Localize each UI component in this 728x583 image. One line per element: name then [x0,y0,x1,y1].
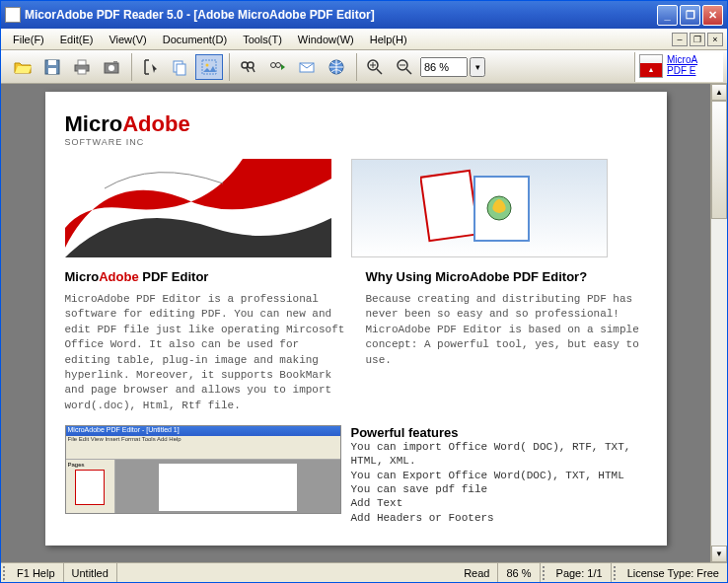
text-select-button[interactable] [136,54,164,80]
features-column: Powerful features You can import Office … [351,425,647,525]
svg-rect-21 [420,171,478,241]
minimize-button[interactable]: _ [657,5,678,26]
status-grip [543,566,546,580]
zoom-input[interactable] [420,57,468,77]
svg-point-13 [242,62,248,68]
menubar: File(F) Edit(E) View(V) Document(D) Tool… [1,29,727,50]
status-grip [3,566,7,580]
menu-document[interactable]: Document(D) [155,32,235,47]
status-page: Page: 1/1 [548,563,612,582]
zoom-in-button[interactable] [361,54,389,80]
mail-button[interactable] [293,54,321,80]
save-button[interactable] [38,54,66,80]
status-document: Untitled [64,563,117,582]
svg-rect-4 [78,60,86,65]
features-list: You can import Office Word( DOC), RTF, T… [351,440,647,525]
menu-file[interactable]: File(F) [5,32,52,47]
scroll-thumb[interactable] [711,101,727,219]
hero-graphic-right [351,159,608,257]
link-microa[interactable]: MicroA [667,54,697,65]
pdf-icon: ▲ [639,54,663,78]
status-zoom: 86 % [498,563,540,582]
svg-point-14 [248,62,254,68]
scroll-track[interactable] [711,101,727,546]
svg-rect-5 [78,69,86,74]
select-toolbar [131,53,227,81]
menu-edit[interactable]: Edit(E) [52,32,102,47]
right-column: Why Using MicroAdobe PDF Editor? Because… [366,269,647,413]
mini-screenshot: MicroAdobe PDF Editor - [Untitled 1] Fil… [65,425,341,514]
right-heading: Why Using MicroAdobe PDF Editor? [366,269,647,284]
content-area: MicroAdobe SOFTWARE INC [1,84,727,562]
vertical-scrollbar[interactable]: ▲ ▼ [710,84,727,562]
toolbar-row: ▾ ▲ MicroA PDF E [1,50,727,84]
svg-point-7 [109,65,114,71]
statusbar: F1 Help Untitled Read 86 % Page: 1/1 Lic… [1,562,727,582]
app-window: MicorAdobe PDF Reader 5.0 - [Adobe Micro… [0,0,728,583]
status-mode: Read [456,563,498,582]
side-panel: ▲ MicroA PDF E [634,52,723,82]
status-grip [614,566,618,580]
pdf-page: MicroAdobe SOFTWARE INC [45,92,667,546]
status-help: F1 Help [9,563,64,582]
brand-logo: MicroAdobe [65,111,647,137]
left-heading: MicroAdobe PDF Editor [65,269,346,284]
scroll-down-button[interactable]: ▼ [711,546,727,562]
svg-point-16 [276,62,281,67]
close-button[interactable]: ✕ [702,5,723,26]
link-pdfe[interactable]: PDF E [667,65,697,76]
camera-button[interactable] [98,54,125,80]
left-column: MicroAdobe PDF Editor MicroAdobe PDF Edi… [65,269,346,413]
zoom-toolbar: ▾ [356,53,489,81]
web-button[interactable] [323,54,350,80]
features-heading: Powerful features [351,425,647,440]
sub-minimize-button[interactable]: – [672,33,688,46]
svg-rect-8 [113,61,117,63]
menu-tools[interactable]: Tools(T) [235,32,290,47]
sub-restore-button[interactable]: ❐ [690,33,705,46]
left-body-text: MicroAdobe PDF Editor is a professional … [65,292,346,413]
svg-rect-2 [48,68,56,74]
copy-button[interactable] [166,54,193,80]
svg-rect-10 [177,64,185,75]
svg-point-15 [271,62,276,67]
maximize-button[interactable]: ❐ [680,5,700,26]
brand-subtitle: SOFTWARE INC [65,137,647,147]
image-select-button[interactable] [195,54,223,80]
open-button[interactable] [9,54,36,80]
menu-view[interactable]: View(V) [101,32,154,47]
document-viewport[interactable]: MicroAdobe SOFTWARE INC [1,84,710,562]
search-toolbar [229,53,354,81]
right-body-text: Because creating and distributing PDF ha… [366,292,647,368]
find-button[interactable] [234,54,261,80]
file-toolbar [5,53,129,81]
status-spacer [117,563,456,582]
print-button[interactable] [68,54,96,80]
titlebar[interactable]: MicorAdobe PDF Reader 5.0 - [Adobe Micro… [1,1,727,29]
window-title: MicorAdobe PDF Reader 5.0 - [Adobe Micro… [25,8,657,22]
sub-close-button[interactable]: × [707,33,723,46]
app-icon [5,7,21,23]
menu-help[interactable]: Help(H) [362,32,415,47]
svg-point-12 [206,63,209,66]
scroll-up-button[interactable]: ▲ [711,84,727,101]
zoom-dropdown-button[interactable]: ▾ [470,57,485,77]
svg-rect-1 [48,60,56,65]
hero-graphic-left [65,159,331,257]
status-license: License Type: Free [619,563,727,582]
zoom-out-button[interactable] [391,54,418,80]
menu-window[interactable]: Window(W) [290,32,362,47]
find-next-button[interactable] [263,54,291,80]
